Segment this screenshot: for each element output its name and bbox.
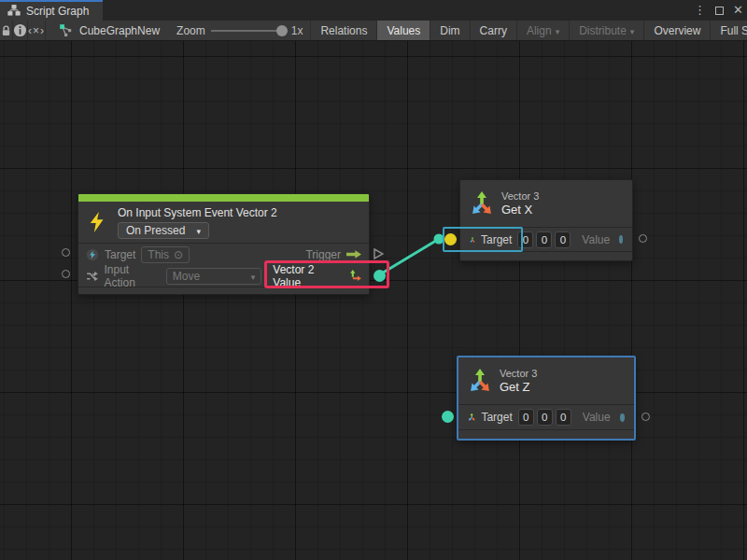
maximize-icon[interactable] [715,7,724,15]
event-target-label: Target [105,248,135,261]
zoom-slider-handle[interactable] [276,25,288,36]
event-target-value[interactable]: This ⊙ [141,246,190,263]
info-icon [13,23,27,37]
script-graph-window: Script Graph ⋮ ✕ ‹×› [0,0,747,560]
connection-edge[interactable] [380,239,439,274]
node-get-z[interactable]: Vector 3 Get Z Target 0 0 0 Value [457,356,636,441]
trigger-output-port[interactable] [373,248,384,259]
zoom-value: 1x [291,24,303,37]
x-value-field[interactable]: 0 [518,409,534,426]
get-z-title: Get Z [500,380,537,395]
event-mode-dropdown[interactable]: On Pressed ▾ [118,222,209,239]
y-value-field[interactable]: 0 [536,231,552,248]
vector2-icon [348,269,361,283]
window-controls: ⋮ ✕ [694,0,743,21]
get-x-default-values: 0 0 0 [517,231,571,248]
vector2-value-output-port[interactable] [374,270,386,282]
lock-icon [0,24,12,37]
hierarchy-icon [7,5,21,18]
get-z-value-dot [620,413,625,422]
zoom-slider-track[interactable] [211,30,286,32]
get-x-title: Get X [501,203,539,217]
get-z-category: Vector 3 [500,368,537,380]
get-x-value-label: Value [582,233,610,246]
event-input-action-input-port[interactable] [62,270,70,278]
vector3-icon [470,191,494,216]
graph-icon [59,23,74,38]
event-node-header: On Input System Event Vector 2 On Presse… [78,202,369,243]
vector2-output-label: Vector 2 Value [273,263,342,289]
zoom-label: Zoom [176,24,205,37]
get-x-target-row: Target 0 0 0 Value [460,228,632,251]
lock-button[interactable] [0,21,12,41]
graph-canvas[interactable]: On Input System Event Vector 2 On Presse… [0,41,747,560]
fullscreen-button[interactable]: Full Screen [710,21,747,41]
get-x-footer [460,252,632,261]
chevron-down-icon: ▾ [251,273,256,282]
event-target-input-port[interactable] [62,248,70,257]
get-z-target-port[interactable] [442,411,454,423]
get-x-header: Vector 3 Get X [460,180,632,227]
align-button[interactable]: Align ▾ [516,21,569,41]
get-x-value-dot [619,235,623,244]
carry-button[interactable]: Carry [470,21,516,41]
y-value-field[interactable]: 0 [537,409,553,426]
get-x-target-label: Target [481,233,512,246]
info-button[interactable] [13,21,27,41]
dim-button[interactable]: Dim [430,21,469,41]
get-z-target-row: Target 0 0 0 Value [458,405,634,429]
tab-title: Script Graph [26,5,89,18]
distribute-button[interactable]: Distribute ▾ [569,21,643,41]
get-z-header: Vector 3 Get Z [458,357,634,404]
event-node-color-strip [78,194,369,202]
get-z-value-label: Value [583,411,611,424]
relations-button[interactable]: Relations [310,21,376,41]
chevron-down-icon: ▾ [556,27,560,36]
get-x-value-output-port[interactable] [639,234,647,243]
trigger-label: Trigger [305,248,341,261]
chevron-down-icon: ▾ [630,27,635,36]
values-button[interactable]: Values [376,21,430,41]
connection-endpoint-dot [434,234,444,245]
tab-strip: Script Graph ⋮ ✕ [0,0,747,21]
input-action-dropdown[interactable]: Move ▾ [166,268,262,285]
self-target-icon: ⊙ [174,248,183,261]
get-z-target-label: Target [481,411,512,424]
node-get-x[interactable]: Vector 3 Get X Target 0 0 0 Value [459,179,633,261]
event-node-title: On Input System Event Vector 2 [118,206,277,219]
get-x-category: Vector 3 [501,190,539,203]
get-x-target-port[interactable] [444,233,457,245]
input-action-label: Input Action [104,263,160,289]
toolbar-button-group: Relations Values Dim Carry Align ▾ Distr… [310,21,747,41]
get-z-footer [458,430,634,440]
chevron-down-icon: ▾ [196,227,201,236]
vector3-mini-icon [470,233,475,246]
overview-button[interactable]: Overview [643,21,710,41]
kebab-menu-icon[interactable]: ⋮ [694,0,706,21]
code-icon: ‹×› [28,24,45,37]
graph-breadcrumb[interactable]: CubeGraphNew [59,23,160,38]
connection-layer [0,41,747,560]
vector3-mini-icon [468,411,475,424]
graph-name: CubeGraphNew [79,24,160,37]
target-bolt-icon [86,248,99,261]
zoom-slider[interactable] [211,21,286,41]
get-z-value-output-port[interactable] [641,413,650,421]
toolbar-separator [45,21,46,41]
lightning-bolt-icon [88,211,108,233]
node-on-input-system-event[interactable]: On Input System Event Vector 2 On Presse… [78,193,370,295]
trigger-arrow-icon [346,249,361,259]
close-icon[interactable]: ✕ [733,0,743,21]
x-value-field[interactable]: 0 [517,231,533,248]
event-input-action-row: Input Action Move ▾ Vector 2 Value [78,265,369,287]
z-value-field[interactable]: 0 [555,231,571,248]
vector3-icon [468,369,492,393]
graph-toolbar: ‹×› CubeGraphNew Zoom 1x Relations Value… [0,21,747,41]
tab-script-graph[interactable]: Script Graph [0,0,103,21]
z-value-field[interactable]: 0 [556,409,571,426]
edit-source-button[interactable]: ‹×› [28,21,45,41]
get-z-default-values: 0 0 0 [518,409,571,426]
input-action-icon [86,270,98,283]
